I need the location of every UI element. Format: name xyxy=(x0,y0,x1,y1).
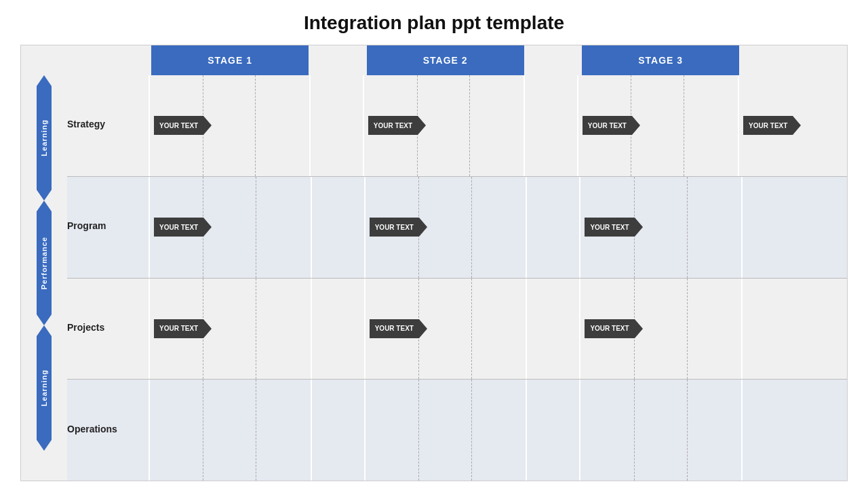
tag-rect-strategy-out: YOUR TEXT xyxy=(743,116,793,135)
row-projects-label: Projects xyxy=(67,322,104,333)
arrow-label-1: Learning xyxy=(40,119,48,156)
page-title: Integration plan ppt template xyxy=(304,12,564,34)
program-inter-2 xyxy=(527,177,579,278)
arrow-performance: Performance xyxy=(21,201,67,326)
inter-stage-gap-1 xyxy=(311,45,363,75)
stage-2-header: STAGE 2 xyxy=(367,45,524,75)
program-post-zone xyxy=(743,177,847,278)
dashed-line-op3a xyxy=(634,380,635,481)
page-wrapper: Integration plan ppt template Learning P… xyxy=(0,0,868,488)
dashed-line-s2b xyxy=(469,75,470,176)
operations-stage2-zone xyxy=(364,380,528,481)
row-strategy-label-area: Strategy xyxy=(67,119,149,132)
tag-rect-program-s3: YOUR TEXT xyxy=(585,218,634,237)
tag-program-stage2: YOUR TEXT xyxy=(370,218,427,237)
row-program-label-area: Program xyxy=(67,220,149,234)
sidebar-column: Learning Performance Learning xyxy=(21,45,67,481)
arrow-label-3: Learning xyxy=(40,369,48,406)
tag-rect-strategy-s1: YOUR TEXT xyxy=(154,116,203,135)
arrow-down-head-3 xyxy=(37,440,52,451)
arrow-learning-3: Learning xyxy=(21,325,67,451)
arrow-body-3: Learning xyxy=(37,336,52,440)
row-operations: Operations xyxy=(67,380,847,481)
main-column: STAGE 1 STAGE 2 STAGE 3 Strategy xyxy=(67,45,847,481)
program-inter-1 xyxy=(312,177,364,278)
stage-3-header: STAGE 3 xyxy=(582,45,739,75)
tag-rect-projects-s2: YOUR TEXT xyxy=(370,319,419,338)
tag-point-projects-s3 xyxy=(635,319,643,338)
tag-point-strategy-s1 xyxy=(203,116,212,135)
program-stage1-zone: YOUR TEXT xyxy=(149,177,312,278)
tag-rect-strategy-s2: YOUR TEXT xyxy=(368,116,418,135)
projects-post-zone xyxy=(743,279,847,380)
operations-inter-2 xyxy=(527,380,579,481)
arrow-learning-1: Learning xyxy=(21,75,67,201)
tag-point-strategy-out xyxy=(793,116,801,135)
inter-stage-gap-2 xyxy=(527,45,579,75)
tag-projects-stage2: YOUR TEXT xyxy=(370,319,427,338)
tag-point-projects-s1 xyxy=(203,319,212,338)
row-operations-label-area: Operations xyxy=(67,424,149,437)
arrow-up-head-2 xyxy=(37,201,52,211)
row-program: Program YOUR TEXT xyxy=(67,177,847,279)
operations-stage1-zone xyxy=(149,380,312,481)
tag-point-program-s2 xyxy=(419,218,427,237)
dashed-line-op2b xyxy=(471,380,472,481)
tag-rect-strategy-s3: YOUR TEXT xyxy=(583,116,632,135)
tag-point-strategy-s3 xyxy=(632,116,640,135)
dashed-line-p3b xyxy=(687,177,688,278)
dashed-line-op1b xyxy=(256,380,256,481)
strategy-inter-2 xyxy=(525,75,576,176)
dashed-line-pr1b xyxy=(256,279,256,380)
tag-point-program-s3 xyxy=(635,218,643,237)
strategy-stage1-zone: YOUR TEXT xyxy=(149,75,311,176)
arrow-down-head-2 xyxy=(37,314,52,325)
dashed-line-pr2b xyxy=(471,279,472,380)
stages-header-row: STAGE 1 STAGE 2 STAGE 3 xyxy=(67,45,847,75)
projects-stage2-zone: YOUR TEXT xyxy=(364,279,528,380)
tag-strategy-stage3: YOUR TEXT xyxy=(583,116,640,135)
projects-stage3-zone: YOUR TEXT xyxy=(579,279,743,380)
dashed-line-op1a xyxy=(203,380,203,481)
tag-projects-stage1: YOUR TEXT xyxy=(154,319,212,338)
operations-stage3-zone xyxy=(579,380,743,481)
row-program-label: Program xyxy=(67,220,106,231)
arrow-body-1: Learning xyxy=(37,86,52,190)
tag-point-strategy-s2 xyxy=(418,116,426,135)
row-strategy-label: Strategy xyxy=(67,119,105,129)
dashed-line-p2b xyxy=(471,177,472,278)
dashed-line-op2a xyxy=(418,380,419,481)
row-operations-label: Operations xyxy=(67,424,117,434)
dashed-line-p1b xyxy=(256,177,256,278)
tag-rect-program-s1: YOUR TEXT xyxy=(154,218,203,237)
row-strategy: Strategy YOUR TEXT xyxy=(67,75,847,177)
row-projects-label-area: Projects xyxy=(67,322,149,336)
tag-projects-stage3: YOUR TEXT xyxy=(585,319,642,338)
strategy-post-zone: YOUR TEXT xyxy=(739,75,847,176)
dashed-line-s1b xyxy=(255,75,256,176)
arrow-up-head-1 xyxy=(37,75,52,86)
strategy-stage2-zone: YOUR TEXT xyxy=(363,75,525,176)
tag-point-program-s1 xyxy=(203,218,212,237)
post-stage-gap xyxy=(742,45,847,75)
tag-program-stage3: YOUR TEXT xyxy=(585,218,642,237)
strategy-inter-1 xyxy=(311,75,362,176)
stage-1-header: STAGE 1 xyxy=(151,45,309,75)
diagram-container: Learning Performance Learning xyxy=(20,45,848,481)
full-layout: Learning Performance Learning xyxy=(21,45,847,481)
operations-post-zone xyxy=(743,380,847,481)
arrow-body-2: Performance xyxy=(37,211,52,315)
tag-program-stage1: YOUR TEXT xyxy=(154,218,212,237)
program-stage2-zone: YOUR TEXT xyxy=(364,177,528,278)
row-projects: Projects YOUR TEXT xyxy=(67,279,847,380)
program-stage3-zone: YOUR TEXT xyxy=(579,177,743,278)
tag-strategy-stage1: YOUR TEXT xyxy=(154,116,212,135)
arrow-up-head-3 xyxy=(37,325,52,336)
arrow-down-head-1 xyxy=(37,190,52,201)
tag-strategy-outside: YOUR TEXT xyxy=(743,116,801,135)
dashed-line-s3b xyxy=(684,75,684,176)
projects-stage1-zone: YOUR TEXT xyxy=(149,279,312,380)
pre-stage-gap xyxy=(67,45,149,75)
projects-inter-2 xyxy=(527,279,579,380)
tag-rect-program-s2: YOUR TEXT xyxy=(370,218,419,237)
